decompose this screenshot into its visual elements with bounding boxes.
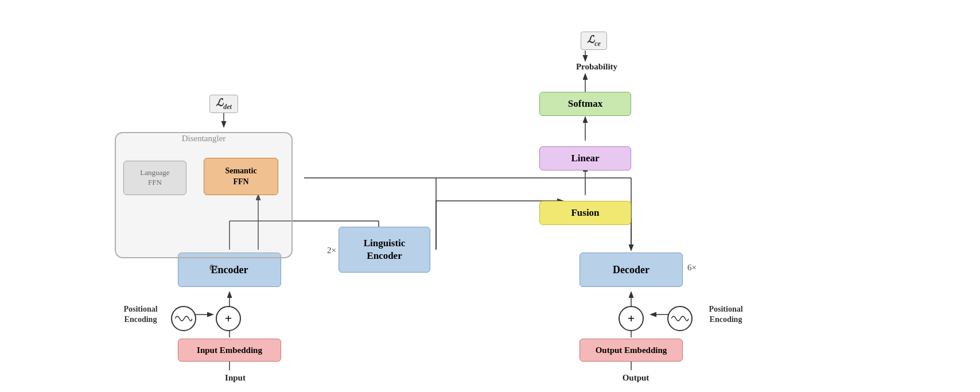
output-label: Output [613,373,659,383]
loss-ce-label: ℒce [559,32,628,50]
softmax-label: Softmax [568,98,602,110]
language-ffn-label: LanguageFFN [140,168,169,188]
semantic-ffn-label: SemanticFFN [225,166,256,187]
input-embedding-label: Input Embedding [197,346,262,355]
input-label: Input [212,373,258,383]
fusion-box: Fusion [539,201,631,225]
output-embedding-box: Output Embedding [580,339,683,362]
two-x: 2× [327,246,336,255]
probability-label: Probability [551,62,643,72]
linear-box: Linear [539,146,631,170]
loss-det-label: ℒdet [189,95,258,113]
plus-circle-left: + [216,306,241,331]
pe-wave-left [171,306,196,331]
pe-wave-right [667,306,693,331]
input-embedding-box: Input Embedding [178,339,281,362]
six-x-left: 6× [209,263,219,273]
plus-circle-right: + [619,306,644,331]
decoder-box: Decoder [580,253,683,287]
decoder-label: Decoder [613,264,650,276]
diagram-container: Input Embedding Encoder LinguisticEncode… [0,0,980,392]
disentangler-label: Disentangler [146,134,261,143]
semantic-ffn-box: SemanticFFN [204,158,278,195]
linear-label: Linear [571,153,599,164]
fusion-label: Fusion [571,207,599,219]
linguistic-encoder-label: LinguisticEncoder [364,237,406,262]
pe-right-label: PositionalEncoding [694,304,757,325]
language-ffn-box: LanguageFFN [123,161,186,195]
output-embedding-label: Output Embedding [596,346,667,355]
disentangler-box [115,132,293,258]
pe-left-label: PositionalEncoding [109,304,172,325]
six-x-right: 6× [687,263,697,273]
softmax-box: Softmax [539,92,631,116]
linguistic-encoder-box: LinguisticEncoder [339,227,430,273]
